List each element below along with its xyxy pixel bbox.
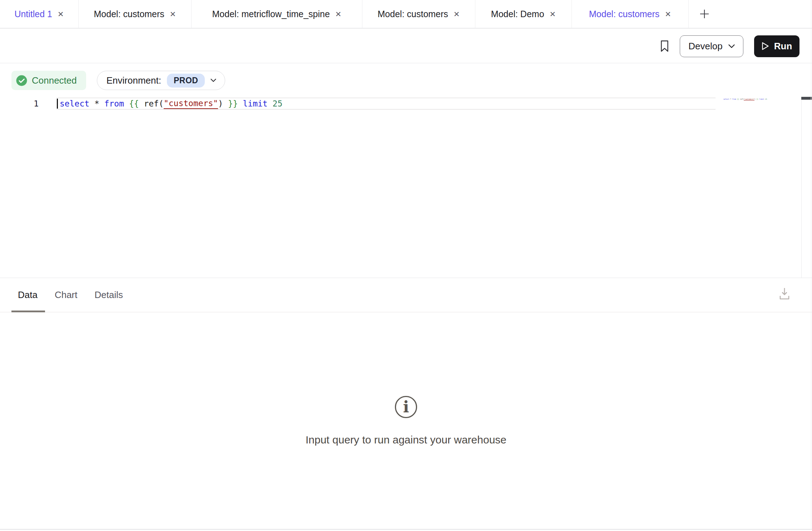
close-icon[interactable]: ✕ [665, 10, 671, 18]
bottom-divider [0, 529, 812, 530]
tab-label: Model: metricflow_time_spine [212, 9, 330, 19]
environment-value-badge: PROD [167, 74, 205, 88]
close-icon[interactable]: ✕ [550, 10, 556, 18]
code-token [124, 99, 129, 108]
close-icon[interactable]: ✕ [170, 10, 176, 18]
download-button[interactable] [778, 286, 791, 303]
results-tab-bar: Data Chart Details [0, 278, 812, 312]
code-token: ref( [139, 99, 164, 108]
editor-scrollbar-track [801, 98, 802, 278]
environment-label: Environment: [107, 75, 161, 86]
toolbar: Develop Run [0, 29, 812, 63]
new-tab-button[interactable] [699, 0, 710, 28]
code-token: {{ [129, 99, 139, 108]
code-token [89, 99, 94, 108]
run-button[interactable]: Run [754, 35, 799, 57]
code-token [99, 99, 104, 108]
close-icon[interactable]: ✕ [335, 10, 342, 18]
line-number: 1 [25, 99, 39, 108]
active-tab-underline [11, 311, 45, 312]
bookmark-button[interactable] [660, 40, 669, 52]
editor-tab[interactable]: Model: customers ✕ [362, 0, 475, 28]
code-token [238, 99, 243, 108]
empty-state: i Input query to run against your wareho… [0, 395, 812, 446]
tab-label: Model: Demo [491, 9, 544, 19]
editor-tab[interactable]: Untitled 1 ✕ [0, 0, 79, 28]
window-right-border [811, 0, 811, 529]
editor-tab[interactable]: Model: Demo ✕ [475, 0, 572, 28]
editor-tab[interactable]: Model: customers ✕ [79, 0, 192, 28]
editor-tab-bar: Untitled 1 ✕ Model: customers ✕ Model: m… [0, 0, 812, 29]
code-token-ref-link[interactable]: "customers" [164, 99, 218, 109]
code-token: limit [243, 99, 267, 108]
editor-minimap[interactable]: select * from {{ ref("customers") }} lim… [718, 96, 798, 101]
code-editor-section: Connected Environment: PROD 1 select * f… [0, 64, 812, 278]
tab-label: Model: customers [378, 9, 448, 19]
code-token: select [60, 99, 89, 108]
empty-state-message: Input query to run against your warehous… [306, 434, 506, 446]
code-token: ) [218, 99, 228, 108]
check-circle-icon [16, 75, 27, 86]
editor-tab[interactable]: Model: customers ✕ [572, 0, 689, 28]
close-icon[interactable]: ✕ [454, 10, 460, 18]
ide-window: Untitled 1 ✕ Model: customers ✕ Model: m… [0, 0, 812, 531]
status-row: Connected Environment: PROD [11, 71, 225, 90]
tab-chart[interactable]: Chart [55, 289, 78, 301]
code-token [268, 99, 273, 108]
results-panel: Data Chart Details i Input query to run … [0, 278, 812, 531]
plus-icon [699, 8, 710, 20]
tab-details[interactable]: Details [95, 289, 123, 301]
chevron-down-icon [211, 79, 216, 82]
scrollbar-thumb[interactable] [801, 97, 812, 100]
chevron-down-icon [728, 44, 735, 48]
code-token: from [104, 99, 124, 108]
code-token: }} [228, 99, 238, 108]
code-token: 25 [273, 99, 283, 108]
info-circle-icon: i [394, 395, 418, 419]
tab-label: Model: customers [94, 9, 164, 19]
editor-tab[interactable]: Model: metricflow_time_spine ✕ [192, 0, 362, 28]
bookmark-icon [660, 40, 669, 52]
connection-status-badge: Connected [11, 71, 86, 90]
code-line[interactable]: select * from {{ ref("customers") }} lim… [56, 98, 716, 110]
develop-label: Develop [688, 41, 722, 52]
text-cursor [57, 99, 58, 109]
close-icon[interactable]: ✕ [58, 10, 64, 18]
run-label: Run [774, 41, 792, 52]
svg-text:i: i [403, 398, 409, 416]
connection-status-label: Connected [32, 75, 77, 86]
develop-button[interactable]: Develop [680, 35, 743, 57]
tab-label: Model: customers [589, 9, 659, 19]
environment-selector[interactable]: Environment: PROD [97, 71, 226, 90]
play-icon [762, 42, 769, 50]
code-token: * [94, 99, 99, 108]
tab-data[interactable]: Data [18, 289, 38, 301]
tab-label: Untitled 1 [14, 9, 52, 19]
download-icon [778, 286, 791, 302]
